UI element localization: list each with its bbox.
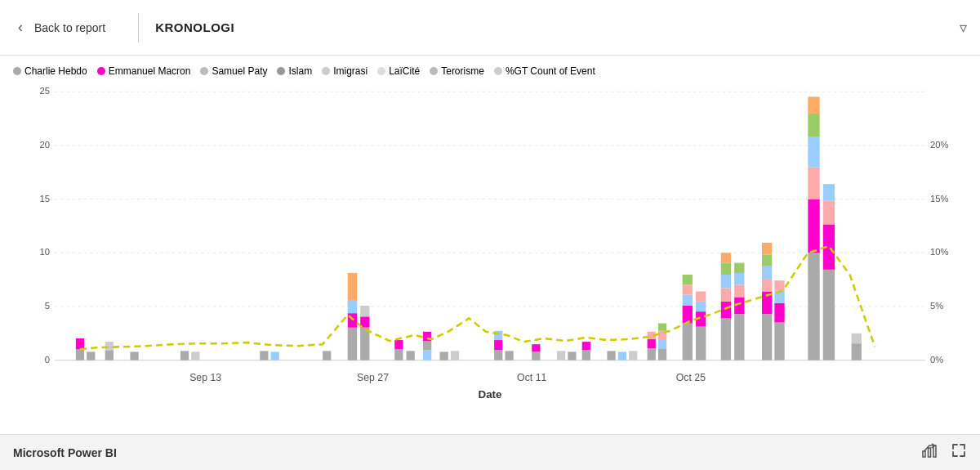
- bar: [808, 114, 819, 137]
- svg-text:20: 20: [40, 140, 51, 150]
- svg-text:Sep 13: Sep 13: [189, 372, 221, 383]
- bar: [808, 137, 819, 168]
- bar: [808, 199, 819, 253]
- bar: [532, 351, 540, 360]
- bar: [348, 300, 357, 313]
- bar: [658, 339, 666, 348]
- bar: [683, 284, 693, 294]
- bar: [348, 273, 357, 300]
- svg-text:Oct 11: Oct 11: [517, 372, 546, 383]
- back-label: Back to report: [34, 21, 105, 34]
- bar: [76, 338, 84, 349]
- bar: [808, 253, 819, 360]
- svg-text:Oct 25: Oct 25: [676, 372, 706, 383]
- filter-icon[interactable]: ▿: [960, 19, 967, 37]
- svg-text:0%: 0%: [930, 355, 943, 365]
- svg-rect-22: [923, 451, 925, 457]
- bar: [105, 350, 114, 360]
- bar: [734, 284, 744, 297]
- bar: [568, 351, 576, 360]
- bar: [360, 328, 369, 360]
- back-button[interactable]: ‹ Back to report: [13, 20, 122, 35]
- bar: [808, 96, 819, 114]
- svg-text:0: 0: [45, 355, 50, 365]
- svg-rect-23: [929, 448, 931, 457]
- svg-text:20%: 20%: [930, 140, 949, 150]
- legend-item-islam: Islam: [277, 65, 312, 77]
- svg-text:5: 5: [45, 301, 50, 311]
- svg-text:15%: 15%: [930, 194, 949, 204]
- bar: [696, 292, 706, 302]
- bar: [683, 306, 693, 324]
- legend-label-paty: Samuel Paty: [212, 65, 267, 77]
- bar: [762, 266, 772, 279]
- bar: [823, 270, 835, 360]
- expand-icon[interactable]: [951, 442, 967, 463]
- bar: [648, 348, 656, 360]
- bar: [260, 351, 268, 360]
- bar: [423, 341, 431, 350]
- legend-dot-macron: [97, 67, 105, 75]
- svg-text:15: 15: [40, 194, 51, 204]
- bar: [721, 275, 731, 288]
- percentage-line: [80, 246, 875, 349]
- legend-dot-imigrasi: [322, 67, 330, 75]
- legend-label-imigrasi: Imigrasi: [333, 65, 368, 77]
- bar: [721, 253, 731, 262]
- bar: [394, 340, 403, 349]
- bar: [683, 295, 693, 306]
- bar: [407, 351, 415, 360]
- bar: [808, 168, 819, 199]
- legend-dot-gt-count: [494, 67, 502, 75]
- bar: [774, 280, 784, 290]
- bar: [532, 344, 540, 351]
- legend-item-paty: Samuel Paty: [200, 65, 267, 77]
- header-left: ‹ Back to report KRONOLOGI: [13, 13, 234, 43]
- legend-item-macron: Emmanuel Macron: [97, 65, 191, 77]
- bar: [618, 351, 626, 360]
- bar: [734, 263, 744, 273]
- legend-item-charlie: Charlie Hebdo: [13, 65, 87, 77]
- bar: [494, 350, 502, 360]
- chart-container: Charlie Hebdo Emmanuel Macron Samuel Pat…: [0, 56, 980, 440]
- bar: [180, 351, 189, 360]
- chart-svg: 0 5 10 15 20 25 0% 5% 10% 15% 20% Sep 13…: [13, 83, 967, 402]
- legend-dot-terorisme: [430, 67, 438, 75]
- bar: [423, 350, 431, 360]
- bar: [762, 254, 772, 266]
- bar: [721, 288, 731, 301]
- legend-dot-charlie: [13, 67, 21, 75]
- bar: [774, 323, 784, 360]
- bar: [774, 303, 784, 323]
- bar: [629, 351, 637, 360]
- legend-dot-laicite: [377, 67, 385, 75]
- bar: [762, 314, 772, 360]
- bar: [271, 351, 279, 360]
- bar: [658, 348, 666, 360]
- bar: [683, 324, 693, 360]
- header: ‹ Back to report KRONOLOGI ▿: [0, 0, 980, 56]
- bar: [721, 263, 731, 275]
- bar: [494, 340, 502, 350]
- bar: [762, 279, 772, 291]
- chevron-left-icon: ‹: [13, 20, 28, 35]
- bar: [852, 333, 862, 343]
- bar: [191, 351, 199, 360]
- bar: [658, 324, 666, 331]
- legend-label-laicite: LaïCité: [389, 65, 420, 77]
- bar: [394, 349, 403, 360]
- legend-dot-islam: [277, 67, 285, 75]
- header-divider: [138, 13, 139, 43]
- bar: [505, 351, 513, 360]
- footer-icons: [921, 442, 967, 463]
- bar: [721, 302, 731, 319]
- bar: [762, 243, 772, 254]
- share-icon[interactable]: [921, 442, 938, 463]
- bar: [734, 314, 744, 360]
- legend-item-imigrasi: Imigrasi: [322, 65, 368, 77]
- bar: [360, 306, 369, 316]
- bar: [696, 327, 706, 360]
- svg-text:25: 25: [40, 86, 51, 96]
- bar: [852, 343, 862, 360]
- footer: Microsoft Power BI: [0, 434, 980, 470]
